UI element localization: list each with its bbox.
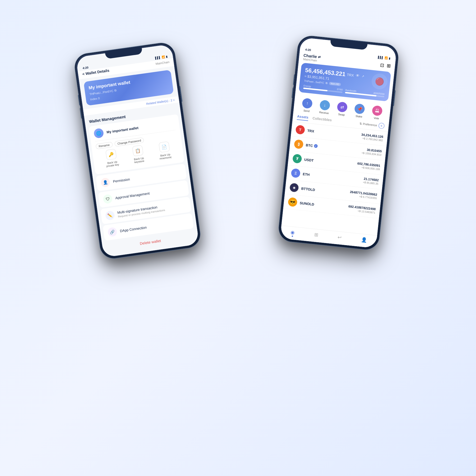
dapp-label: DApp Connection [120,225,147,233]
backup-mnemonic-label: Back Up mnemonic [159,153,172,160]
backup-mnemonic-icon: 📄 [158,141,170,153]
tab-collectibles[interactable]: Collectibles [312,116,332,123]
send-icon: ↑ [302,98,313,109]
bttold-name: BTTOLD [301,186,315,192]
power-btn-right[interactable] [393,90,396,106]
nav-history[interactable]: ↩ [337,234,342,240]
trx-name: TRX [307,129,314,133]
balance-ticker: TRX [347,72,354,77]
bottom-navigation: ◉ ⊞ ↩ 👤 [280,225,377,248]
eth-values: 21.174682 ≈$ 85,885.35 [363,177,379,185]
backup-private-key-icon: 🔑 [106,149,117,160]
dapp-icon: 🔗 [107,227,117,237]
volume-up-btn-right[interactable] [293,74,295,85]
wallet-address-right: THPwer...5wtfYC [304,79,324,84]
signal-icon-left: ▌▌▌ [155,56,161,59]
btc-name: BTC ✓ [306,143,318,148]
switch-icon[interactable]: ⇄ [318,55,321,59]
wallet-row-name: My important wallet [106,121,175,134]
nav-collections[interactable]: ⊞ [314,232,318,238]
copy-icon[interactable]: ⧉ [114,89,117,92]
wifi-icon-right: 📶 [385,56,388,59]
power-btn[interactable] [179,86,182,102]
receive-action[interactable]: ↓ Receive [319,100,330,115]
backup-private-key-label: Back Up private key [106,160,119,168]
nav-history-icon: ↩ [337,234,342,240]
left-phone: 4:20 ▌▌▌ 📶 ▮ < Wallet Details MainChain [74,42,202,260]
usdt-name: USDT [304,157,314,162]
energy-label: Energy [303,84,311,88]
eye-icon[interactable]: 👁 [356,74,360,78]
vote-label: Vote [374,116,379,120]
sunold-values: 692.418878222498 ≈$ 13.5483871 [348,204,376,214]
backup-private-key[interactable]: 🔑 Back Up private key [104,149,119,168]
btc-icon: ₿ [294,139,304,149]
backup-keystore[interactable]: 📋 Back Up keystore [132,145,145,164]
receive-icon[interactable]: ⊡ [380,62,385,68]
non-hd-badge: Non-HD [329,82,341,86]
btc-values: 30.810455 ≈$ 1555,934.813 [361,147,382,156]
permission-label: Permission [113,177,130,184]
left-phone-screen: 4:20 ▌▌▌ 📶 ▮ < Wallet Details MainChain [76,44,199,257]
right-phone-screen: 4:20 ▌▌▌ 📶 ▮ Charlie ⇄ MainChain [280,37,397,248]
nav-collections-icon: ⊞ [314,232,318,238]
time-left: 4:20 [83,66,89,70]
trx-values: 34,234,453.126 ≈$ 2,760,842.982 [361,133,383,142]
battery-icon-left: ▮ [166,55,168,58]
preference-control[interactable]: ⇅ Preference [359,122,377,127]
right-phone: 4:20 ▌▌▌ 📶 ▮ Charlie ⇄ MainChain [278,35,399,250]
send-label: Send [303,109,310,113]
receive-label: Receive [319,111,329,115]
nav-profile[interactable]: 👤 [361,237,367,243]
eth-name: ETH [303,172,310,177]
backup-keystore-label: Back Up keystore [134,157,144,164]
approval-icon: 🛡 [103,194,113,204]
main-page: 4:20 ▌▌▌ 📶 ▮ Charlie ⇄ MainChain [280,37,397,248]
receive-icon: ↓ [319,100,330,111]
scan-icon[interactable]: ⊞ [386,63,391,69]
swap-icon: ⇄ [337,102,348,113]
copy-icon-right[interactable]: ⧉ [326,81,328,85]
battery-icon-right: ▮ [389,57,391,60]
wallet-details-page: 4:20 ▌▌▌ 📶 ▮ < Wallet Details MainChain [76,44,199,257]
volume-down-btn[interactable] [80,108,82,118]
stake-action[interactable]: 📌 Stake [354,103,365,118]
usdt-values: 602,786.035091 ≈$ 606,000.199 [357,162,380,171]
expand-icon[interactable]: ↗ [361,74,364,78]
eth-icon: Ξ [291,168,300,178]
volume-up-btn[interactable] [78,95,80,106]
time-right: 4:20 [305,48,311,52]
nav-assets[interactable]: ◉ [290,229,295,236]
tab-assets[interactable]: Assets [297,114,309,121]
signal-icon-right: ▌▌▌ [378,56,384,59]
vote-icon: 🗳 [372,105,383,116]
sort-icon: ⇅ [359,122,362,125]
preference-label: Preference [363,122,377,127]
permission-icon: 👤 [100,177,110,187]
backup-keystore-icon: 📋 [132,145,144,156]
swap-action[interactable]: ⇄ Swap [336,102,348,117]
header-icons: ⊡ ⊞ [380,62,391,69]
volume-down-btn-right[interactable] [292,88,294,98]
nav-profile-icon: 👤 [361,237,367,243]
add-asset-button[interactable]: + [378,123,385,129]
nav-assets-icon: ◉ [290,229,295,236]
chain-label-left: MainChain [155,60,170,65]
stake-icon: 📌 [354,103,365,115]
status-icons-left: ▌▌▌ 📶 ▮ [155,55,168,59]
energy-value: 37/60 [337,88,343,91]
backup-mnemonic[interactable]: 📄 Back Up mnemonic [157,141,172,160]
usdt-icon: ₮ [292,154,302,163]
nav-active-dot [291,235,293,237]
swap-label: Swap [338,113,345,116]
sunold-icon: 😎 [288,197,298,207]
approval-label: Approval Management [115,191,150,200]
vote-action[interactable]: 🗳 Vote [371,105,383,120]
asset-list: T TRX 34,234,453.126 ≈$ 2,760,842.982 ₿ [283,122,388,218]
send-action[interactable]: ↑ Send [301,98,313,113]
wallet-avatar: 🌐 [93,128,104,139]
sunold-name: SUNOLD [300,201,314,206]
stake-label: Stake [355,115,363,118]
multisig-icon: ✏️ [105,210,115,221]
bttold-icon: ◉ [289,183,299,193]
